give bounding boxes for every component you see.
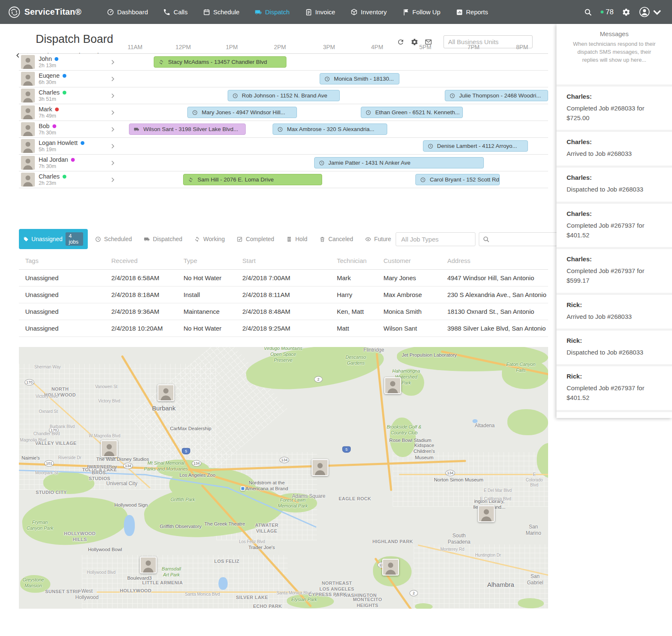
tab-badge: 4 jobs xyxy=(66,232,83,246)
table-row[interactable]: Unassigned2/4/2018 8:18AMInstall2/4/2018… xyxy=(19,286,548,303)
tab-canceled[interactable]: Canceled xyxy=(315,232,358,246)
job-bar-scheduled[interactable]: Rob Johnson - 1152 N. Brand Ave xyxy=(228,90,340,101)
job-bar-scheduled[interactable]: Monica Smith - 18130... xyxy=(320,73,399,84)
notification-counter[interactable]: 78 xyxy=(601,8,614,16)
technician-row[interactable]: Bob7h 30mWilson Sant - 3198 Silver Lake … xyxy=(19,121,548,138)
message-item[interactable]: Rick:Completed Job #267937 for $401.52 xyxy=(556,364,672,410)
technician-map-marker[interactable] xyxy=(158,384,174,401)
technician-row[interactable]: Hal Jordan7h 30mJamie Patter - 1431 N An… xyxy=(19,155,548,171)
nav-item-label: Reports xyxy=(466,8,488,16)
technician-map-marker[interactable] xyxy=(382,559,399,576)
technician-map-marker[interactable] xyxy=(478,505,495,522)
tab-working[interactable]: Working xyxy=(189,232,229,246)
dispatch-map[interactable]: 1701701011341341341345522110BurbankNORTH… xyxy=(19,347,548,609)
expand-chevron-right-icon[interactable] xyxy=(103,110,122,116)
job-bar-scheduled[interactable]: Ethan Green - 6521 N. Kenneth... xyxy=(361,107,463,118)
schedule-icon xyxy=(203,8,210,16)
message-item[interactable]: Charles:Completed Job #268033 for $725.0… xyxy=(556,84,672,130)
map-label: San Marino xyxy=(526,524,541,536)
technician-row[interactable]: Charles3h 51mRob Johnson - 1152 N. Brand… xyxy=(19,87,548,104)
technician-map-marker[interactable] xyxy=(101,440,118,457)
technician-name-text: Mark xyxy=(39,106,52,113)
message-item[interactable]: Charles:Dispatched to Job #268033 xyxy=(556,166,672,201)
table-cell: Install xyxy=(184,291,242,298)
expand-chevron-right-icon[interactable] xyxy=(103,143,122,149)
table-cell: 2/4/2018 9:36AM xyxy=(111,308,184,315)
tab-completed[interactable]: Completed xyxy=(232,232,279,246)
job-bar-scheduled[interactable]: Denise Lambert - 4112 Arroyo... xyxy=(423,140,528,152)
expand-chevron-right-icon[interactable] xyxy=(103,93,122,99)
expand-chevron-right-icon[interactable] xyxy=(103,177,122,183)
job-bar-driving[interactable]: Wilson Sant - 3198 Silver Lake Blvd... xyxy=(129,124,246,135)
table-row[interactable]: Unassigned2/4/2018 9:36AMMaintanence2/4/… xyxy=(19,303,548,320)
nav-item-reports[interactable]: Reports xyxy=(449,4,495,20)
invoice-icon xyxy=(305,8,312,16)
table-cell: 2/4/2018 9:25AM xyxy=(242,325,337,332)
message-item[interactable]: Charles:Completed Job #267937 for $599.1… xyxy=(556,247,672,293)
technician-lane: Rob Johnson - 1152 N. Brand AveJulie Tho… xyxy=(122,87,548,104)
technician-map-marker[interactable] xyxy=(140,557,157,573)
technician-info: Euqene6h 30m xyxy=(19,72,103,86)
map-location-pin[interactable] xyxy=(241,486,245,491)
sync-icon xyxy=(188,177,194,183)
technician-row[interactable]: Charles2h 23mSam Hill - 2076 E. Loma Dri… xyxy=(19,171,548,188)
messages-panel: Messages When technicians respond to the… xyxy=(556,24,672,418)
user-menu[interactable] xyxy=(639,6,663,18)
technician-row[interactable]: Mark7h 49mMary Jones - 4947 Windsor Hill… xyxy=(19,104,548,121)
job-bar-scheduled[interactable]: Carol Bryant - 152 Scott Rd. xyxy=(415,174,500,185)
message-item[interactable]: Rick:Completed Job #267937 for $599.17 xyxy=(556,410,672,418)
tab-hold[interactable]: Hold xyxy=(281,232,312,246)
nav-item-schedule[interactable]: Schedule xyxy=(196,4,247,20)
job-bar-working[interactable]: Sam Hill - 2076 E. Loma Drive xyxy=(183,174,322,185)
message-item[interactable]: Charles:Completed Job #267937 for $401.5… xyxy=(556,202,672,247)
column-header: Tags xyxy=(25,257,111,264)
expand-chevron-right-icon[interactable] xyxy=(103,76,122,82)
tab-scheduled[interactable]: Scheduled xyxy=(90,232,136,246)
technician-map-marker[interactable] xyxy=(384,377,401,394)
nav-item-invoice[interactable]: Invoice xyxy=(298,4,342,20)
job-bar-scheduled[interactable]: Mary Jones - 4947 Windsor Hill... xyxy=(187,107,297,118)
status-dot-red xyxy=(55,108,59,111)
technician-avatar xyxy=(21,89,35,102)
job-bar-label: Stacy McAdams - 13457 Chandler Blvd xyxy=(168,59,267,65)
technician-info: Charles2h 23m xyxy=(19,173,103,187)
expand-chevron-right-icon[interactable] xyxy=(103,160,122,166)
tab-label: Working xyxy=(203,236,225,242)
message-item[interactable]: Rick:Dispatched to Job #268033 xyxy=(556,329,672,364)
hour-label: 12PM xyxy=(176,44,191,50)
nav-item-dispatch[interactable]: Dispatch xyxy=(248,4,296,20)
messages-subtitle: When technicians respond to their dispat… xyxy=(570,40,659,64)
map-label: HIGHLAND PARK xyxy=(373,539,413,545)
search-icon[interactable] xyxy=(584,8,592,16)
expand-chevron-right-icon[interactable] xyxy=(103,59,122,65)
technician-avatar xyxy=(21,156,35,170)
map-route-shield: 2 xyxy=(410,590,418,597)
message-sender: Charles: xyxy=(567,174,662,181)
message-item[interactable]: Charles:Arrived to Job #268033 xyxy=(556,130,672,166)
future-icon xyxy=(365,236,371,242)
nav-item-inventory[interactable]: Inventory xyxy=(344,4,394,20)
message-item[interactable]: Rick:Arrived to Job #268033 xyxy=(556,293,672,329)
expand-chevron-right-icon[interactable] xyxy=(103,126,122,132)
technician-map-marker[interactable] xyxy=(312,459,328,476)
table-row[interactable]: Unassigned2/4/2018 6:58AMNo Hot Water2/4… xyxy=(19,270,548,286)
tab-unassigned[interactable]: Unassigned4 jobs xyxy=(19,229,88,249)
job-bar-scheduled[interactable]: Max Ambrose - 320 S Alexandria... xyxy=(273,124,387,135)
job-bar-working[interactable]: Stacy McAdams - 13457 Chandler Blvd xyxy=(154,56,286,68)
nav-item-follow-up[interactable]: Follow Up xyxy=(395,4,447,20)
job-bar-scheduled[interactable]: Jamie Patter - 1431 N Anker Ave xyxy=(314,157,484,168)
job-types-input[interactable] xyxy=(396,232,475,246)
technician-row[interactable]: Logan Howlett5h 19mDenise Lambert - 4112… xyxy=(19,138,548,155)
nav-item-calls[interactable]: Calls xyxy=(156,4,194,20)
gear-icon[interactable] xyxy=(622,8,630,16)
technician-row[interactable]: Euqene6h 30mMonica Smith - 18130... xyxy=(19,71,548,87)
technician-row[interactable]: John2h 13mStacy McAdams - 13457 Chandler… xyxy=(19,54,548,71)
column-header: Start xyxy=(242,257,337,264)
tab-dispatched[interactable]: Dispatched xyxy=(139,232,187,246)
job-bar-scheduled[interactable]: Julie Thompson - 2468 Woodri... xyxy=(445,90,548,101)
table-row[interactable]: Unassigned2/4/2018 10:20AMNo Hot Water2/… xyxy=(19,320,548,337)
nav-item-dashboard[interactable]: Dashboard xyxy=(100,4,155,20)
tab-future[interactable]: Future xyxy=(360,232,396,246)
brand[interactable]: ServiceTitan® xyxy=(8,5,81,19)
jobs-search-input[interactable] xyxy=(479,232,567,246)
